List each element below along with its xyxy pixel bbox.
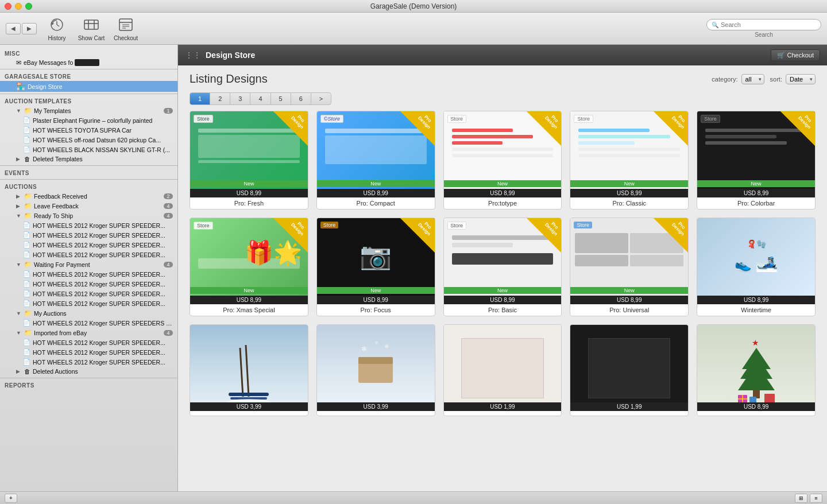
minimize-button[interactable] bbox=[15, 3, 22, 10]
ready-to-ship-badge: 4 bbox=[164, 213, 173, 219]
sidebar-item-my-auctions[interactable]: ▼ 📁 My Auctions bbox=[0, 308, 177, 318]
sort-select-wrapper[interactable]: Date bbox=[786, 74, 816, 84]
price-focus: USD 8,99 bbox=[317, 296, 435, 304]
price-universal: USD 8,99 bbox=[570, 296, 688, 304]
design-card-ski[interactable]: USD 3,99 bbox=[190, 324, 308, 416]
trash-icon-da: 🗑 bbox=[24, 368, 30, 375]
sidebar-item-imported[interactable]: ▼ 📁 Imported from eBay 4 bbox=[0, 328, 177, 338]
back-button[interactable]: ◀ bbox=[6, 23, 21, 34]
price-compact: USD 8,99 bbox=[317, 189, 435, 197]
design-card-focus[interactable]: Store 📷 ProDesign New USD 8,99 Pro: Focu… bbox=[316, 218, 435, 316]
search-box[interactable]: 🔍 bbox=[706, 19, 821, 30]
category-select[interactable]: all bbox=[741, 74, 764, 84]
design-card-dark[interactable]: USD 1,99 bbox=[570, 324, 689, 416]
misc-header: MISC bbox=[0, 48, 177, 58]
sidebar-item-ma-1[interactable]: 📄 HOT WHEELS 2012 Kroger SUPER SPEEDERS … bbox=[0, 318, 177, 328]
page-5-button[interactable]: 5 bbox=[271, 93, 291, 104]
page-2-button[interactable]: 2 bbox=[210, 93, 230, 104]
design-card-tree[interactable]: ★ bbox=[697, 324, 816, 416]
sidebar-item-rts-3[interactable]: 📄 HOT WHEELS 2012 Kroger SUPER SPEEDER..… bbox=[0, 240, 177, 250]
design-card-snow[interactable]: ❄ ❄ ❄ USD 3,99 bbox=[316, 324, 435, 416]
sidebar-item-hotwheels-datsun[interactable]: 📄 HOT WHEELS off-road Datsun 620 pickup … bbox=[0, 135, 177, 145]
add-button[interactable]: + bbox=[5, 494, 17, 503]
disc-fr: ▶ bbox=[16, 193, 22, 199]
design-card-wintertime[interactable]: 🧣🧤 👟 🎿 USD 8,99 Wintertime bbox=[697, 218, 816, 316]
sidebar-item-feedback-received[interactable]: ▶ 📁 Feedback Received 2 bbox=[0, 191, 177, 201]
sidebar-item-leave-feedback[interactable]: ▶ 📁 Leave Feedback 4 bbox=[0, 201, 177, 211]
design-card-fresh[interactable]: Store ProDesign New USD 8,99 Pro: Fresh bbox=[190, 111, 308, 210]
design-card-classic[interactable]: Store ProDesign New USD 8,99 Pro: Classi… bbox=[570, 111, 689, 210]
close-button[interactable] bbox=[5, 3, 11, 10]
sidebar-item-imp-2[interactable]: 📄 HOT WHEELS 2012 Kroger SUPER SPEEDER..… bbox=[0, 347, 177, 357]
sidebar-item-waiting-payment[interactable]: ▼ 📁 Waiting For Payment 4 bbox=[0, 259, 177, 269]
search-input[interactable] bbox=[721, 21, 816, 28]
sidebar-item-rts-1[interactable]: 📄 HOT WHEELS 2012 Kroger SUPER SPEEDER..… bbox=[0, 220, 177, 230]
design-name-classic: Pro: Classic bbox=[570, 197, 688, 209]
design-thumb-ski: USD 3,99 bbox=[190, 325, 308, 411]
sidebar-item-my-templates[interactable]: ▼ 📁 My Templates 1 bbox=[0, 106, 177, 115]
sidebar-item-wp-1[interactable]: 📄 HOT WHEELS 2012 Kroger SUPER SPEEDER..… bbox=[0, 269, 177, 279]
sidebar-item-wp-3[interactable]: 📄 HOT WHEELS 2012 Kroger SUPER SPEEDER..… bbox=[0, 289, 177, 298]
new-badge-compact: New bbox=[317, 180, 435, 187]
checkout-toolbar-button[interactable]: Checkout bbox=[111, 15, 140, 41]
search-icon: 🔍 bbox=[712, 22, 718, 28]
design-thumb-tree: ★ bbox=[697, 325, 815, 411]
design-name-prototype: Pro:totype bbox=[444, 197, 562, 209]
sidebar-item-hotwheels-skyline[interactable]: 📄 HOT WHEELS BLACK NISSAN SKYLINE GT-R (… bbox=[0, 145, 177, 154]
sidebar-item-plaster-elephant[interactable]: 📄 Plaster Elephant Figurine – colorfully… bbox=[0, 115, 177, 125]
svg-rect-19 bbox=[358, 357, 393, 364]
sidebar-item-deleted-templates[interactable]: ▶ 🗑 Deleted Templates bbox=[0, 154, 177, 164]
sidebar-item-deleted-auctions[interactable]: ▶ 🗑 Deleted Auctions bbox=[0, 367, 177, 376]
design-card-basic[interactable]: Store ProDesign New USD 8,99 Pro: Basic bbox=[443, 218, 562, 316]
pro-badge-basic: ProDesign bbox=[527, 218, 561, 253]
design-card-colorbar[interactable]: Store ProDesign New USD 8,99 Pro: Colorb… bbox=[697, 111, 816, 210]
design-name-ski bbox=[190, 411, 308, 416]
sidebar-item-hotwheels-supra[interactable]: 📄 HOT WHEELS TOYOTA SUPRA Car bbox=[0, 125, 177, 135]
svg-line-14 bbox=[246, 345, 249, 397]
history-button[interactable]: History bbox=[42, 15, 71, 41]
design-card-prototype[interactable]: Store ProDesign New USD 8,99 Pro:totype bbox=[443, 111, 562, 210]
sidebar-item-rts-2[interactable]: 📄 HOT WHEELS 2012 Kroger SUPER SPEEDER..… bbox=[0, 230, 177, 240]
page-3-button[interactable]: 3 bbox=[230, 93, 250, 104]
design-card-universal[interactable]: Store ProDesign New USD 8,99 Pro: Univer… bbox=[570, 218, 689, 316]
checkout-header-button[interactable]: 🛒 Checkout bbox=[771, 49, 820, 61]
sidebar-item-design-store[interactable]: 🏪 Design Store bbox=[0, 81, 177, 92]
new-badge-fresh: New bbox=[190, 180, 308, 187]
sidebar-item-wp-2[interactable]: 📄 HOT WHEELS 2012 Kroger SUPER SPEEDER..… bbox=[0, 279, 177, 289]
disc-imp: ▼ bbox=[16, 330, 22, 336]
forward-button[interactable]: ▶ bbox=[22, 23, 37, 34]
pro-badge-universal: ProDesign bbox=[654, 218, 688, 253]
list-view-button[interactable]: ≡ bbox=[810, 494, 822, 503]
doc-wp-2: 📄 bbox=[23, 280, 30, 288]
price-wintertime: USD 8,99 bbox=[697, 296, 815, 304]
page-6-button[interactable]: 6 bbox=[291, 93, 311, 104]
design-thumb-dark: USD 1,99 bbox=[570, 325, 688, 411]
category-filter: category: all bbox=[712, 74, 764, 84]
sidebar-item-rts-4[interactable]: 📄 HOT WHEELS 2012 Kroger SUPER SPEEDER..… bbox=[0, 250, 177, 259]
design-name-tree bbox=[697, 411, 815, 416]
price-classic: USD 8,99 bbox=[570, 189, 688, 197]
sidebar-item-ebay-messages[interactable]: ✉ eBay Messages fo ■ bbox=[0, 58, 177, 67]
sidebar-item-imp-3[interactable]: 📄 HOT WHEELS 2012 Kroger SUPER SPEEDER..… bbox=[0, 357, 177, 367]
sort-select[interactable]: Date bbox=[786, 74, 816, 84]
design-card-xmas[interactable]: Store 🎁🌟 ProDesign New USD 8,99 Pro: Xma… bbox=[190, 218, 308, 316]
design-name-compact: Pro: Compact bbox=[317, 197, 435, 209]
maximize-button[interactable] bbox=[25, 3, 32, 10]
new-badge-colorbar: New bbox=[697, 180, 815, 187]
doc-wp-3: 📄 bbox=[23, 290, 30, 297]
page-next-button[interactable]: > bbox=[311, 93, 331, 104]
sidebar-item-imp-1[interactable]: 📄 HOT WHEELS 2012 Kroger SUPER SPEEDER..… bbox=[0, 338, 177, 347]
design-card-blank[interactable]: USD 1,99 bbox=[443, 324, 562, 416]
design-name-basic: Pro: Basic bbox=[444, 304, 562, 316]
category-select-wrapper[interactable]: all bbox=[741, 74, 764, 84]
page-1-button[interactable]: 1 bbox=[190, 93, 210, 104]
sidebar-item-wp-4[interactable]: 📄 HOT WHEELS 2012 Kroger SUPER SPEEDER..… bbox=[0, 298, 177, 308]
grid-view-button[interactable]: ⊞ bbox=[795, 494, 807, 503]
price-fresh: USD 8,99 bbox=[190, 189, 308, 197]
show-cart-button[interactable]: Show Cart bbox=[77, 15, 106, 41]
design-card-compact[interactable]: ©Store ProDesign Promotion New USD 8,99 … bbox=[316, 111, 435, 210]
page-4-button[interactable]: 4 bbox=[250, 93, 270, 104]
sidebar-item-ready-to-ship[interactable]: ▼ 📁 Ready To Ship 4 bbox=[0, 211, 177, 220]
listing-title: Listing Designs bbox=[190, 72, 706, 86]
new-badge-basic: New bbox=[444, 287, 562, 294]
